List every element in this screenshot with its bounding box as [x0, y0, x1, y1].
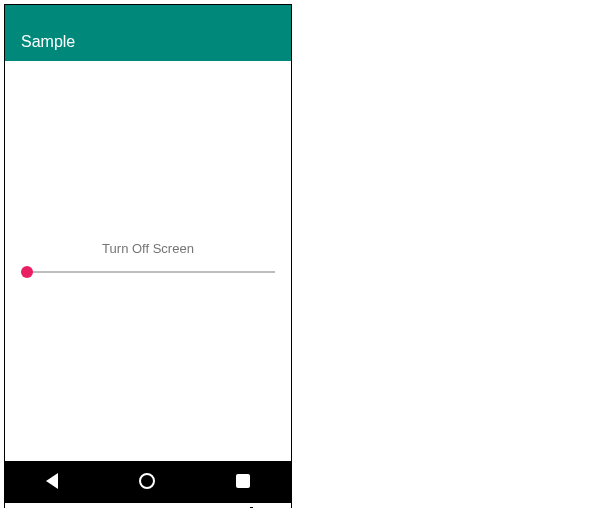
seekbar-thumb[interactable]: [21, 266, 33, 278]
seekbar[interactable]: [21, 262, 275, 282]
turn-off-screen-label[interactable]: Turn Off Screen: [102, 241, 194, 256]
app-bar: Sample: [5, 5, 291, 61]
app-title: Sample: [21, 33, 75, 51]
seekbar-track: [21, 271, 275, 273]
left-phone-frame: Sample Turn Off Screen: [4, 4, 292, 502]
main-content: Turn Off Screen: [5, 61, 291, 461]
back-button[interactable]: [46, 473, 58, 489]
home-button[interactable]: [139, 473, 155, 489]
status-bar: Android 100% 11:51: [5, 503, 291, 508]
recent-apps-button[interactable]: [236, 474, 250, 488]
navigation-bar: [5, 461, 291, 501]
right-phone-frame: Android 100% 11:51 Wi-Fi Do not disturb …: [4, 502, 292, 508]
